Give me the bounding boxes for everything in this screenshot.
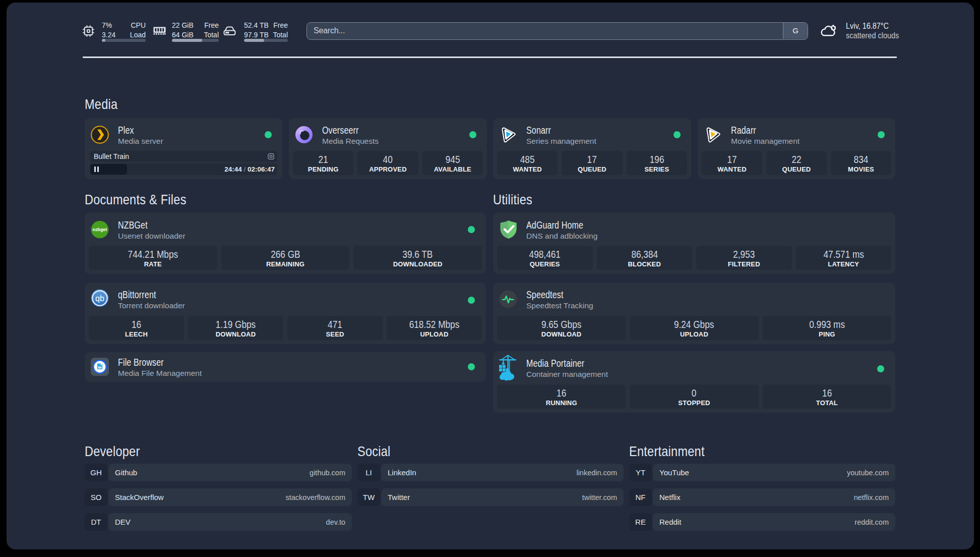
svg-text:qb: qb — [95, 294, 104, 303]
svg-text:nzbget: nzbget — [93, 227, 107, 232]
